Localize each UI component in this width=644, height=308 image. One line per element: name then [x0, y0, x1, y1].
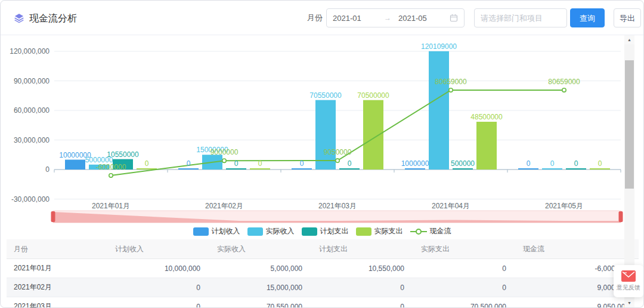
x-axis-label: 2021年02月 [205, 202, 243, 210]
table-row[interactable]: 2021年02月015,000,000009,000,000 [7, 278, 639, 297]
table-cell: 15,000,000 [210, 278, 312, 297]
table-cell: 2021年03月 [7, 297, 108, 308]
bar-value-label: 70500000 [357, 91, 389, 100]
toolbar: 现金流分析 月份 2021-01 → 2021-05 查询 导出 [1, 1, 643, 35]
chart-bar[interactable] [339, 168, 360, 170]
table-cell: 2021年01月 [7, 259, 108, 278]
bar-value-label: 0 [145, 159, 149, 168]
page-title: 现金流分析 [29, 13, 77, 25]
y-axis-label: 0 [45, 165, 49, 174]
x-axis-label: 2021年05月 [545, 202, 583, 210]
y-axis-label: 120,000,000 [10, 47, 49, 56]
table-header-cell: 计划收入 [108, 239, 210, 259]
table-row[interactable]: 2021年03月070,550,000070,500,0009,050,000 [7, 297, 639, 308]
chart-bar[interactable] [590, 168, 610, 170]
scroll-up-button[interactable]: ▲ [624, 35, 634, 44]
legend-item[interactable]: 计划收入 [193, 226, 240, 236]
table-row[interactable]: 2021年01月10,000,0005,000,00010,550,0000-6… [7, 259, 639, 278]
line-value-label: 80659000 [548, 78, 580, 86]
legend-label: 实际支出 [374, 226, 403, 236]
calendar-icon [450, 14, 458, 22]
line-value-label: 9000000 [210, 148, 239, 156]
chart-bar[interactable] [542, 168, 562, 170]
chart-bar[interactable] [226, 168, 246, 170]
table-cell: 5,000,000 [210, 259, 312, 278]
cashflow-point[interactable] [109, 174, 113, 177]
feedback-label: 意见反馈 [617, 284, 640, 292]
cashflow-analysis-card: 现金流分析 月份 2021-01 → 2021-05 查询 导出 120,000… [0, 0, 644, 308]
legend-item[interactable]: 现金流 [410, 226, 451, 236]
datazoom-handle-left[interactable] [51, 211, 55, 222]
legend-item[interactable]: 实际收入 [247, 226, 295, 236]
chart-bar[interactable] [363, 100, 383, 170]
chart-bar[interactable] [518, 168, 538, 170]
chart-bar[interactable] [405, 168, 425, 170]
table-cell: 0 [108, 297, 210, 308]
table-header-cell: 月份 [7, 239, 108, 259]
table-cell: 2021年02月 [7, 278, 108, 297]
date-range-arrow: → [384, 14, 391, 22]
bar-value-label: 0 [234, 159, 239, 168]
bar-value-label: 0 [348, 159, 352, 168]
bar-value-label: 0 [550, 159, 555, 168]
bar-value-label: 0 [258, 159, 262, 168]
table-cell: 0 [414, 259, 516, 278]
x-axis-label: 2021年01月 [92, 202, 130, 210]
table-header-cell: 计划支出 [312, 239, 414, 259]
line-value-label: 80659000 [435, 78, 467, 86]
chart-bar[interactable] [178, 168, 199, 170]
chart-bar[interactable] [566, 168, 586, 170]
cashflow-table: 月份计划收入实际收入计划支出实际支出现金流 2021年01月10,000,000… [7, 239, 639, 308]
bar-value-label: 0 [187, 159, 191, 168]
x-axis-label: 2021年03月 [318, 202, 357, 210]
bar-value-label: 120109000 [421, 42, 457, 51]
scrollbar-thumb[interactable] [625, 60, 634, 189]
chart-bar[interactable] [429, 51, 449, 170]
date-range-picker[interactable]: 2021-01 → 2021-05 [326, 8, 465, 27]
table-cell: 0 [312, 297, 414, 308]
legend-label: 计划支出 [320, 226, 349, 236]
export-button[interactable]: 导出 [614, 8, 641, 27]
legend-swatch [247, 227, 263, 236]
query-button[interactable]: 查询 [570, 8, 605, 27]
cashflow-point[interactable] [562, 88, 566, 92]
layers-icon [14, 13, 24, 23]
table-header-cell: 实际收入 [210, 239, 312, 259]
legend-swatch [302, 227, 317, 236]
cashflow-chart: 120,000,00090,000,00060,000,00030,000,00… [1, 35, 644, 224]
legend-item[interactable]: 实际支出 [356, 226, 403, 236]
table-cell: 0 [414, 278, 516, 297]
legend-label: 实际收入 [266, 226, 295, 236]
cashflow-point[interactable] [336, 159, 339, 162]
table-header-cell: 实际支出 [414, 239, 516, 259]
legend-swatch [356, 227, 371, 236]
envelope-icon [621, 270, 636, 282]
datazoom-handle-right[interactable] [619, 211, 623, 222]
chart-bar[interactable] [476, 122, 497, 170]
table-cell: 9,050,000 [516, 297, 639, 308]
line-value-label: 9050000 [324, 148, 352, 156]
table-cell: 0 [312, 278, 414, 297]
table-cell: 70,550,000 [210, 297, 312, 308]
legend-item[interactable]: 计划支出 [302, 226, 349, 236]
y-axis-label: -30,000,000 [11, 195, 49, 204]
department-project-input[interactable] [474, 8, 567, 27]
chart-bar[interactable] [65, 160, 85, 170]
chart-bar[interactable] [292, 168, 312, 170]
date-end-value[interactable]: 2021-05 [395, 14, 446, 23]
cashflow-point[interactable] [449, 88, 453, 92]
chart-bar[interactable] [453, 168, 473, 170]
y-axis-label: 60,000,000 [14, 106, 49, 115]
chart-bar[interactable] [250, 168, 270, 170]
bar-value-label: 0 [574, 159, 578, 168]
chart-bar[interactable] [315, 100, 336, 170]
month-field-label: 月份 [307, 1, 323, 35]
bar-value-label: 0 [300, 159, 304, 168]
legend-line-swatch [410, 227, 427, 236]
date-start-value[interactable]: 2021-01 [333, 14, 380, 23]
legend-label: 计划收入 [212, 226, 240, 236]
table-header-row: 月份计划收入实际收入计划支出实际支出现金流 [7, 239, 639, 259]
scroll-down-button[interactable]: ▼ [624, 298, 634, 307]
feedback-widget[interactable]: 意见反馈 [614, 265, 643, 297]
cashflow-point[interactable] [222, 159, 226, 162]
